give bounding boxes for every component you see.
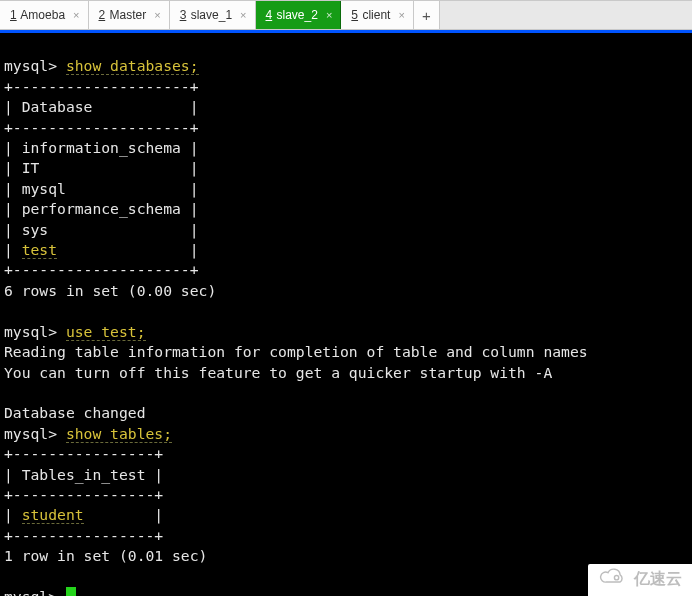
table-border: +--------------------+ bbox=[4, 119, 199, 136]
close-icon[interactable]: × bbox=[152, 10, 162, 21]
close-icon[interactable]: × bbox=[324, 10, 334, 21]
plus-icon: + bbox=[422, 7, 431, 24]
cloud-icon bbox=[598, 568, 628, 590]
table-name: student bbox=[22, 506, 84, 524]
watermark: 亿速云 bbox=[588, 564, 692, 596]
info-line: You can turn off this feature to get a q… bbox=[4, 364, 552, 381]
close-icon[interactable]: × bbox=[71, 10, 81, 21]
tab-label: 2 Master bbox=[99, 8, 147, 22]
db-name: mysql bbox=[22, 180, 66, 197]
column-header: Database bbox=[22, 98, 93, 115]
mysql-prompt: mysql> bbox=[4, 57, 57, 74]
db-name: information_schema bbox=[22, 139, 181, 156]
tab-label: 5 client bbox=[351, 8, 390, 22]
tab-label: 1 Amoeba bbox=[10, 8, 65, 22]
tab-client[interactable]: 5 client × bbox=[341, 1, 413, 29]
tab-slave-1[interactable]: 3 slave_1 × bbox=[170, 1, 256, 29]
result-summary: 6 rows in set (0.00 sec) bbox=[4, 282, 216, 299]
tab-label: 4 slave_2 bbox=[266, 8, 318, 22]
db-name: performance_schema bbox=[22, 200, 181, 217]
db-name: IT bbox=[22, 159, 40, 176]
tab-label: 3 slave_1 bbox=[180, 8, 232, 22]
table-border: +--------------------+ bbox=[4, 261, 199, 278]
info-line: Database changed bbox=[4, 404, 145, 421]
db-name: test bbox=[22, 241, 57, 259]
terminal-pane[interactable]: mysql> show databases; +----------------… bbox=[0, 30, 692, 596]
watermark-text: 亿速云 bbox=[634, 569, 682, 590]
db-name: sys bbox=[22, 221, 49, 238]
terminal-output: mysql> show databases; +----------------… bbox=[4, 36, 688, 596]
close-icon[interactable]: × bbox=[396, 10, 406, 21]
cursor-block bbox=[66, 587, 76, 596]
table-border: +--------------------+ bbox=[4, 78, 199, 95]
command-text: show databases; bbox=[66, 57, 199, 75]
table-border: +----------------+ bbox=[4, 445, 163, 462]
result-summary: 1 row in set (0.01 sec) bbox=[4, 547, 207, 564]
tab-slave-2[interactable]: 4 slave_2 × bbox=[256, 1, 342, 29]
tab-bar: 1 Amoeba × 2 Master × 3 slave_1 × 4 slav… bbox=[0, 0, 692, 30]
svg-point-0 bbox=[614, 576, 618, 580]
column-header: Tables_in_test bbox=[22, 466, 146, 483]
tab-master[interactable]: 2 Master × bbox=[89, 1, 170, 29]
mysql-prompt: mysql> bbox=[4, 588, 57, 596]
tab-amoeba[interactable]: 1 Amoeba × bbox=[0, 1, 89, 29]
close-icon[interactable]: × bbox=[238, 10, 248, 21]
mysql-prompt: mysql> bbox=[4, 323, 57, 340]
command-text: use test; bbox=[66, 323, 146, 341]
mysql-prompt: mysql> bbox=[4, 425, 57, 442]
table-border: +----------------+ bbox=[4, 527, 163, 544]
info-line: Reading table information for completion… bbox=[4, 343, 588, 360]
table-border: +----------------+ bbox=[4, 486, 163, 503]
new-tab-button[interactable]: + bbox=[414, 1, 440, 29]
command-text: show tables; bbox=[66, 425, 172, 443]
